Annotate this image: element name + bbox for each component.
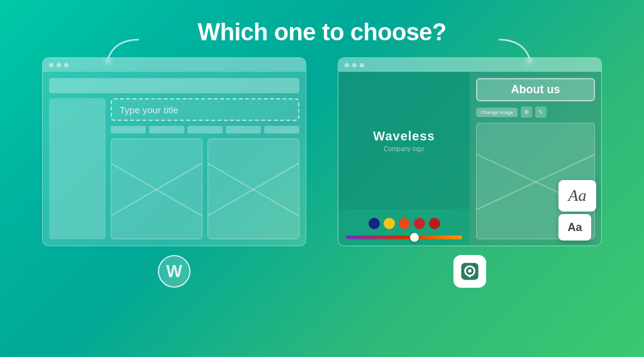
wf-image-toolbar: Change image ⚙ ✎ xyxy=(476,106,595,118)
wf-slider-thumb[interactable] xyxy=(410,233,419,242)
wp-image-right xyxy=(208,139,299,239)
webflow-logo-svg xyxy=(459,261,480,282)
wp-image-left xyxy=(111,139,203,239)
wp-toolbar-btn-1[interactable] xyxy=(111,126,146,133)
dot-3 xyxy=(64,63,69,67)
wordpress-panel-section: Type your title xyxy=(42,57,306,288)
dot-r1 xyxy=(345,63,349,67)
browser-titlebar-left xyxy=(43,58,306,72)
color-dot-2[interactable] xyxy=(384,218,395,229)
wf-right-panel: About us Change image ⚙ ✎ Aa xyxy=(470,72,601,246)
wf-left-panel: Waveless Company logo xyxy=(338,72,470,246)
wp-toolbar-btn-5[interactable] xyxy=(264,126,299,133)
wf-company-name: Waveless xyxy=(373,129,435,144)
webflow-panel-section: Waveless Company logo xyxy=(338,57,602,288)
svg-point-7 xyxy=(468,269,471,273)
color-dot-3[interactable] xyxy=(399,218,410,229)
wf-about-text: About us xyxy=(511,83,560,96)
wf-company-sub: Company logo xyxy=(384,145,424,152)
wp-images-row xyxy=(111,139,299,239)
font-card-small-text: Aa xyxy=(567,221,582,234)
wp-title-placeholder: Type your title xyxy=(119,105,178,115)
wp-topbar xyxy=(49,78,299,93)
webflow-logo xyxy=(453,255,486,288)
wf-edit-icon[interactable]: ✎ xyxy=(535,106,547,118)
wf-about-box[interactable]: About us xyxy=(476,78,595,101)
wf-color-slider[interactable] xyxy=(346,235,462,239)
dot-r3 xyxy=(360,63,364,67)
dot-1 xyxy=(49,63,53,67)
webflow-browser: Waveless Company logo xyxy=(338,57,602,246)
wf-color-palette xyxy=(346,218,462,229)
wf-settings-icon[interactable]: ⚙ xyxy=(521,106,532,118)
wp-content-area: Type your title xyxy=(111,98,299,239)
dot-r2 xyxy=(352,63,357,67)
font-card-small: Aa xyxy=(558,214,591,241)
svg-text:W: W xyxy=(166,262,182,281)
wordpress-browser: Type your title xyxy=(42,57,306,246)
page-title: Which one to choose? xyxy=(197,19,446,46)
color-dot-5[interactable] xyxy=(429,218,440,229)
wf-color-panel xyxy=(338,209,470,246)
color-dot-4[interactable] xyxy=(414,218,425,229)
font-card-large-text: Aa xyxy=(569,186,587,205)
wp-toolbar xyxy=(111,126,299,133)
color-dot-1[interactable] xyxy=(369,218,380,229)
wp-sidebar xyxy=(49,98,106,239)
browser-titlebar-right xyxy=(338,58,601,72)
wp-toolbar-btn-4[interactable] xyxy=(226,126,261,133)
wf-change-image-button[interactable]: Change image xyxy=(476,108,518,117)
wf-logo-area: Waveless Company logo xyxy=(338,72,470,209)
wp-toolbar-btn-2[interactable] xyxy=(149,126,184,133)
wordpress-logo: W xyxy=(158,255,191,288)
font-cards-overlay: Aa Aa xyxy=(558,180,596,241)
wp-title-input[interactable]: Type your title xyxy=(111,98,299,121)
wp-toolbar-btn-3[interactable] xyxy=(187,126,223,133)
dot-2 xyxy=(57,63,61,67)
font-card-large: Aa xyxy=(558,180,596,212)
